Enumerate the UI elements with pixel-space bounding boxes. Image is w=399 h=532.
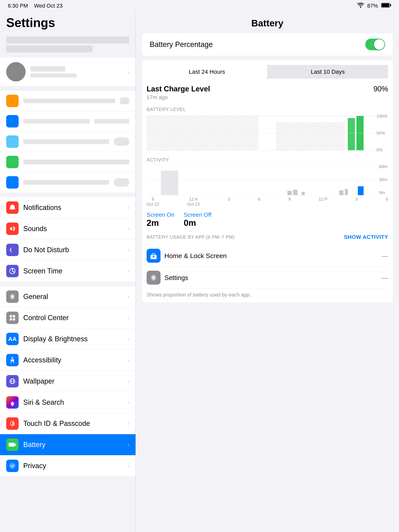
activity-chart: 60m 30m 0m	[147, 164, 388, 195]
app-row-2[interactable]	[0, 111, 136, 132]
sidebar-profile[interactable]: ›	[0, 57, 136, 86]
sidebar-item-notifications[interactable]: Notifications ›	[0, 197, 136, 218]
sidebar-item-screen-time[interactable]: Screen Time ›	[0, 260, 136, 282]
x-label-top-5: 12 P	[319, 197, 327, 202]
activity-chart-svg	[147, 164, 376, 195]
charge-level-time: 17m ago	[147, 94, 210, 101]
sidebar-item-wallpaper[interactable]: Wallpaper ›	[0, 371, 136, 392]
app-label-blur-2	[23, 119, 90, 124]
svg-rect-3	[382, 4, 389, 7]
activity-y-labels: 60m 30m 0m	[379, 164, 388, 195]
x-label-3: 6	[258, 197, 260, 207]
sidebar-item-touch-id[interactable]: Touch ID & Passcode ›	[0, 413, 136, 434]
chevron-right-icon: ›	[127, 68, 129, 76]
accessibility-icon	[6, 354, 19, 366]
battery-percentage-toggle[interactable]	[365, 39, 385, 50]
status-bar: 6:30 PM Wed Oct 23 87%	[0, 0, 399, 12]
battery-percentage-label: Battery Percentage	[150, 40, 213, 49]
notifications-icon	[6, 201, 19, 214]
x-label-4: 9	[288, 197, 291, 207]
screen-on-stat: Screen On 2m	[147, 211, 174, 228]
screen-on-label: Screen On	[147, 211, 174, 218]
screen-off-label: Screen Off	[184, 211, 211, 218]
app-usage-name-settings: Settings	[164, 274, 378, 282]
app-label-blur-4	[23, 160, 129, 164]
sidebar-item-label-accessibility: Accessibility	[23, 356, 123, 364]
app-row-5[interactable]	[0, 172, 136, 192]
app-badge-blur-1	[120, 97, 129, 104]
chevron-right-icon-touch-id: ›	[128, 420, 129, 427]
charge-level-title: Last Charge Level	[147, 85, 210, 93]
x-label-top-3: 6	[258, 197, 260, 202]
general-icon	[6, 291, 19, 303]
battery-percentage-row: Battery Percentage	[142, 33, 393, 56]
page-title: Battery	[136, 12, 399, 33]
svg-rect-34	[287, 191, 292, 195]
sidebar-item-accessibility[interactable]: Accessibility ›	[0, 350, 136, 371]
x-label-1: 12 A Oct 23	[187, 197, 200, 207]
sidebar-item-label-touch-id: Touch ID & Passcode	[23, 419, 123, 428]
x-label-top-0: 9	[147, 197, 159, 202]
svg-rect-10	[13, 318, 15, 321]
x-label-5: 12 P	[319, 197, 327, 207]
sidebar-item-general[interactable]: General ›	[0, 286, 136, 307]
profile-name-blur	[30, 66, 65, 72]
sidebar-item-display-brightness[interactable]: AA Display & Brightness ›	[0, 329, 136, 350]
app-row-1[interactable]	[0, 91, 136, 111]
sounds-icon	[6, 222, 19, 235]
app-toggle-blur-3	[114, 137, 129, 146]
time-tabs: Last 24 Hours Last 10 Days	[147, 65, 388, 79]
chevron-right-icon-general: ›	[128, 294, 129, 300]
svg-rect-38	[345, 189, 348, 195]
y-label-30m: 30m	[379, 177, 387, 182]
chevron-right-icon-notifications: ›	[128, 204, 129, 211]
sidebar-item-label-general: General	[23, 293, 123, 301]
tab-10d[interactable]: Last 10 Days	[267, 65, 388, 79]
sidebar-item-sounds[interactable]: Sounds ›	[0, 218, 136, 239]
settings-icon-usage	[147, 271, 161, 285]
show-activity-button[interactable]: SHOW ACTIVITY	[344, 234, 388, 240]
display-brightness-icon: AA	[6, 333, 19, 345]
status-time-date: 6:30 PM Wed Oct 23	[8, 3, 63, 9]
sidebar-item-siri-search[interactable]: Siri & Search ›	[0, 392, 136, 413]
charge-level-info: Last Charge Level 17m ago	[147, 85, 210, 101]
svg-point-11	[12, 357, 13, 359]
control-center-icon	[6, 312, 19, 324]
blurred-row-1	[6, 37, 129, 44]
sidebar-item-privacy[interactable]: Privacy ›	[0, 455, 136, 476]
battery-icon	[381, 2, 391, 9]
svg-point-15	[12, 402, 13, 405]
svg-rect-22	[9, 443, 14, 446]
x-label-bottom-0: Oct 22	[147, 202, 159, 207]
x-label-top-6: 3	[355, 197, 358, 202]
sidebar-app-section	[0, 91, 136, 192]
svg-point-43	[153, 256, 154, 257]
svg-rect-9	[10, 318, 12, 321]
toggle-knob	[374, 39, 385, 50]
sidebar: Settings ›	[0, 12, 136, 532]
svg-rect-2	[390, 4, 391, 6]
sidebar-title: Settings	[6, 16, 129, 30]
do-not-disturb-icon	[6, 244, 19, 256]
profile-info	[30, 66, 123, 77]
app-icon-orange	[6, 95, 19, 107]
sidebar-item-label-screen-time: Screen Time	[23, 267, 123, 275]
home-lock-icon	[147, 249, 161, 263]
x-label-top-1: 12 A	[187, 197, 200, 202]
tab-24h[interactable]: Last 24 Hours	[147, 65, 267, 79]
siri-search-icon	[6, 396, 19, 409]
sidebar-item-label-do-not-disturb: Do Not Disturb	[23, 246, 123, 254]
charge-level-percentage: 90%	[374, 85, 388, 93]
app-usage-dash-home: —	[381, 252, 388, 260]
status-date: Wed Oct 23	[34, 3, 62, 9]
sidebar-item-label-control-center: Control Center	[23, 314, 123, 322]
x-label-7: 6	[386, 197, 388, 207]
sidebar-item-do-not-disturb[interactable]: Do Not Disturb ›	[0, 239, 136, 260]
svg-rect-35	[293, 190, 297, 195]
app-row-4[interactable]	[0, 152, 136, 172]
svg-point-0	[360, 6, 361, 8]
sidebar-item-battery[interactable]: Battery ›	[0, 434, 136, 455]
app-row-3[interactable]	[0, 132, 136, 152]
y-label-50: 50%	[376, 131, 387, 136]
sidebar-item-control-center[interactable]: Control Center ›	[0, 307, 136, 329]
